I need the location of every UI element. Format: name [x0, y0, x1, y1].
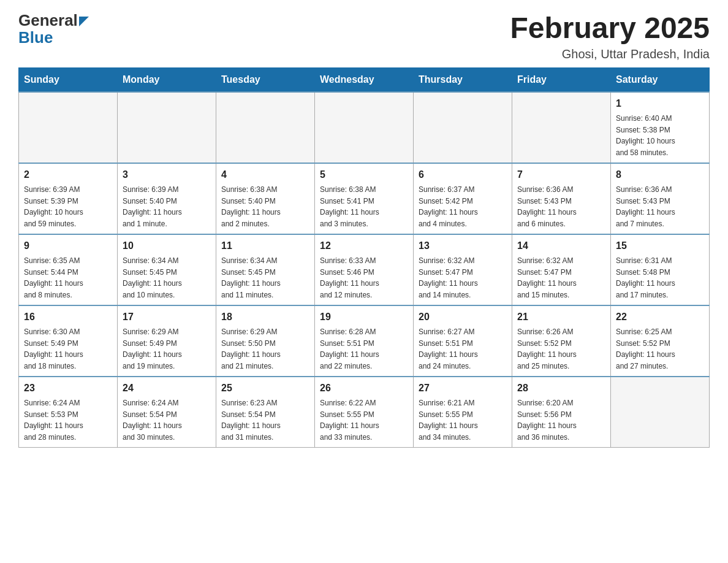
calendar-cell: 10Sunrise: 6:34 AM Sunset: 5:45 PM Dayli…	[118, 234, 216, 305]
logo-blue-text: Blue	[18, 29, 53, 45]
calendar-cell: 6Sunrise: 6:37 AM Sunset: 5:42 PM Daylig…	[414, 163, 512, 234]
day-info: Sunrise: 6:36 AM Sunset: 5:43 PM Dayligh…	[616, 185, 675, 228]
calendar-cell: 25Sunrise: 6:23 AM Sunset: 5:54 PM Dayli…	[216, 377, 315, 448]
calendar-cell: 1Sunrise: 6:40 AM Sunset: 5:38 PM Daylig…	[611, 92, 710, 163]
header-sunday: Sunday	[19, 67, 118, 92]
day-number: 24	[123, 381, 211, 396]
calendar-cell: 5Sunrise: 6:38 AM Sunset: 5:41 PM Daylig…	[315, 163, 414, 234]
calendar-week-3: 9Sunrise: 6:35 AM Sunset: 5:44 PM Daylig…	[19, 234, 710, 305]
day-number: 6	[419, 167, 507, 182]
day-info: Sunrise: 6:38 AM Sunset: 5:41 PM Dayligh…	[320, 185, 379, 228]
header-wednesday: Wednesday	[315, 67, 414, 92]
day-info: Sunrise: 6:38 AM Sunset: 5:40 PM Dayligh…	[221, 185, 281, 228]
day-info: Sunrise: 6:22 AM Sunset: 5:55 PM Dayligh…	[320, 399, 379, 442]
calendar-cell	[118, 92, 216, 163]
day-number: 11	[221, 239, 309, 253]
calendar-week-2: 2Sunrise: 6:39 AM Sunset: 5:39 PM Daylig…	[19, 163, 710, 234]
calendar-week-1: 1Sunrise: 6:40 AM Sunset: 5:38 PM Daylig…	[19, 92, 710, 163]
day-info: Sunrise: 6:33 AM Sunset: 5:46 PM Dayligh…	[320, 256, 379, 299]
calendar-week-5: 23Sunrise: 6:24 AM Sunset: 5:53 PM Dayli…	[19, 377, 710, 448]
day-number: 25	[221, 381, 309, 396]
day-info: Sunrise: 6:24 AM Sunset: 5:53 PM Dayligh…	[24, 399, 83, 442]
day-number: 20	[419, 310, 507, 324]
day-number: 15	[616, 239, 704, 253]
day-number: 2	[24, 167, 112, 182]
day-info: Sunrise: 6:23 AM Sunset: 5:54 PM Dayligh…	[221, 399, 281, 442]
calendar-cell: 24Sunrise: 6:24 AM Sunset: 5:54 PM Dayli…	[118, 377, 216, 448]
day-info: Sunrise: 6:21 AM Sunset: 5:55 PM Dayligh…	[419, 399, 478, 442]
calendar-cell: 18Sunrise: 6:29 AM Sunset: 5:50 PM Dayli…	[216, 305, 315, 377]
calendar-cell: 4Sunrise: 6:38 AM Sunset: 5:40 PM Daylig…	[216, 163, 315, 234]
header-saturday: Saturday	[611, 67, 710, 92]
day-info: Sunrise: 6:28 AM Sunset: 5:51 PM Dayligh…	[320, 327, 379, 370]
day-number: 9	[24, 239, 112, 253]
day-number: 10	[123, 239, 211, 253]
calendar-cell: 15Sunrise: 6:31 AM Sunset: 5:48 PM Dayli…	[611, 234, 710, 305]
calendar-cell: 21Sunrise: 6:26 AM Sunset: 5:52 PM Dayli…	[512, 305, 611, 377]
calendar-cell	[19, 92, 118, 163]
day-info: Sunrise: 6:20 AM Sunset: 5:56 PM Dayligh…	[517, 399, 577, 442]
day-info: Sunrise: 6:40 AM Sunset: 5:38 PM Dayligh…	[616, 114, 675, 157]
day-number: 27	[419, 381, 507, 396]
calendar-cell: 2Sunrise: 6:39 AM Sunset: 5:39 PM Daylig…	[19, 163, 118, 234]
day-info: Sunrise: 6:25 AM Sunset: 5:52 PM Dayligh…	[616, 327, 675, 370]
calendar-cell: 3Sunrise: 6:39 AM Sunset: 5:40 PM Daylig…	[118, 163, 216, 234]
calendar-cell	[315, 92, 414, 163]
day-info: Sunrise: 6:36 AM Sunset: 5:43 PM Dayligh…	[517, 185, 577, 228]
weekday-header-row: Sunday Monday Tuesday Wednesday Thursday…	[19, 67, 710, 92]
day-number: 7	[517, 167, 605, 182]
calendar-subtitle: Ghosi, Uttar Pradesh, India	[510, 47, 710, 61]
calendar-cell: 13Sunrise: 6:32 AM Sunset: 5:47 PM Dayli…	[414, 234, 512, 305]
day-number: 8	[616, 167, 704, 182]
day-number: 13	[419, 239, 507, 253]
calendar-cell: 14Sunrise: 6:32 AM Sunset: 5:47 PM Dayli…	[512, 234, 611, 305]
day-number: 26	[320, 381, 408, 396]
day-number: 21	[517, 310, 605, 324]
day-info: Sunrise: 6:29 AM Sunset: 5:50 PM Dayligh…	[221, 327, 281, 370]
day-number: 16	[24, 310, 112, 324]
day-info: Sunrise: 6:26 AM Sunset: 5:52 PM Dayligh…	[517, 327, 577, 370]
calendar-cell: 22Sunrise: 6:25 AM Sunset: 5:52 PM Dayli…	[611, 305, 710, 377]
calendar-cell: 27Sunrise: 6:21 AM Sunset: 5:55 PM Dayli…	[414, 377, 512, 448]
calendar-title: February 2025	[510, 12, 710, 45]
calendar-cell: 16Sunrise: 6:30 AM Sunset: 5:49 PM Dayli…	[19, 305, 118, 377]
calendar-cell: 7Sunrise: 6:36 AM Sunset: 5:43 PM Daylig…	[512, 163, 611, 234]
day-number: 5	[320, 167, 408, 182]
day-number: 1	[616, 96, 704, 111]
calendar-week-4: 16Sunrise: 6:30 AM Sunset: 5:49 PM Dayli…	[19, 305, 710, 377]
day-number: 4	[221, 167, 309, 182]
day-number: 19	[320, 310, 408, 324]
day-info: Sunrise: 6:35 AM Sunset: 5:44 PM Dayligh…	[24, 256, 83, 299]
calendar-cell	[414, 92, 512, 163]
day-info: Sunrise: 6:34 AM Sunset: 5:45 PM Dayligh…	[123, 256, 182, 299]
header-thursday: Thursday	[414, 67, 512, 92]
calendar-cell	[512, 92, 611, 163]
day-info: Sunrise: 6:32 AM Sunset: 5:47 PM Dayligh…	[517, 256, 577, 299]
calendar-cell: 23Sunrise: 6:24 AM Sunset: 5:53 PM Dayli…	[19, 377, 118, 448]
day-number: 3	[123, 167, 211, 182]
day-number: 14	[517, 239, 605, 253]
calendar-cell: 26Sunrise: 6:22 AM Sunset: 5:55 PM Dayli…	[315, 377, 414, 448]
calendar-cell: 17Sunrise: 6:29 AM Sunset: 5:49 PM Dayli…	[118, 305, 216, 377]
header-monday: Monday	[118, 67, 216, 92]
calendar-cell: 28Sunrise: 6:20 AM Sunset: 5:56 PM Dayli…	[512, 377, 611, 448]
day-info: Sunrise: 6:24 AM Sunset: 5:54 PM Dayligh…	[123, 399, 182, 442]
calendar-cell: 9Sunrise: 6:35 AM Sunset: 5:44 PM Daylig…	[19, 234, 118, 305]
logo: General Blue	[18, 12, 89, 45]
day-number: 28	[517, 381, 605, 396]
calendar-header: Sunday Monday Tuesday Wednesday Thursday…	[19, 67, 710, 92]
calendar-body: 1Sunrise: 6:40 AM Sunset: 5:38 PM Daylig…	[19, 92, 710, 448]
calendar-cell: 11Sunrise: 6:34 AM Sunset: 5:45 PM Dayli…	[216, 234, 315, 305]
calendar-cell: 12Sunrise: 6:33 AM Sunset: 5:46 PM Dayli…	[315, 234, 414, 305]
day-info: Sunrise: 6:31 AM Sunset: 5:48 PM Dayligh…	[616, 256, 675, 299]
header-friday: Friday	[512, 67, 611, 92]
day-info: Sunrise: 6:32 AM Sunset: 5:47 PM Dayligh…	[419, 256, 478, 299]
day-number: 12	[320, 239, 408, 253]
calendar-cell: 20Sunrise: 6:27 AM Sunset: 5:51 PM Dayli…	[414, 305, 512, 377]
day-number: 17	[123, 310, 211, 324]
day-number: 22	[616, 310, 704, 324]
day-info: Sunrise: 6:29 AM Sunset: 5:49 PM Dayligh…	[123, 327, 182, 370]
page-header: General Blue February 2025 Ghosi, Uttar …	[18, 12, 710, 61]
day-number: 23	[24, 381, 112, 396]
day-number: 18	[221, 310, 309, 324]
